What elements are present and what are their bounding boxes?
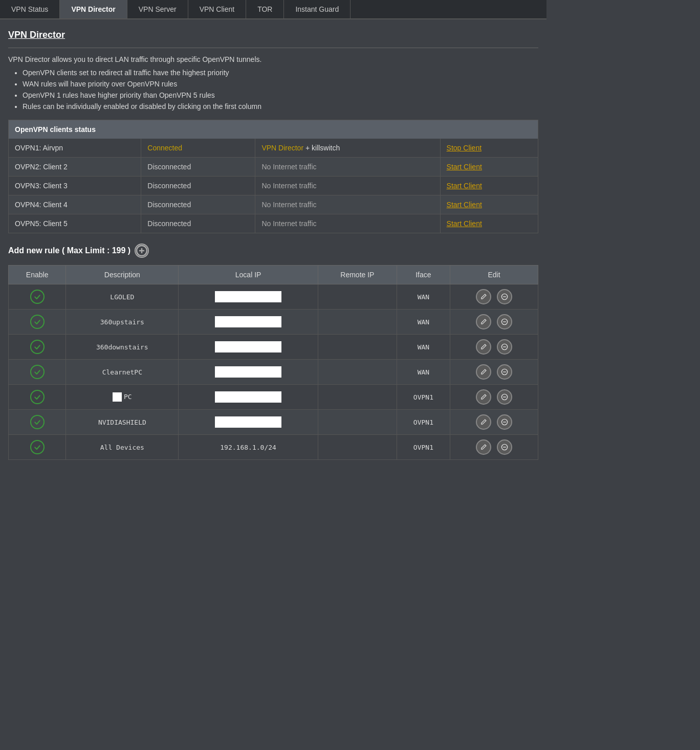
client-info-4: No Internet traffic — [255, 214, 440, 233]
rule-desc-3: ClearnetPC — [66, 360, 179, 385]
tab-bar: VPN Status VPN Director VPN Server VPN C… — [0, 0, 546, 19]
client-name-3: OVPN4: Client 4 — [9, 195, 141, 214]
checkmark-icon — [33, 418, 41, 426]
openvpn-status-table: OpenVPN clients status OVPN1: Airvpn Con… — [8, 120, 538, 233]
minus-circle-icon — [501, 318, 508, 325]
delete-button-2[interactable] — [497, 339, 512, 355]
enable-checkbox-4[interactable] — [30, 390, 45, 404]
bullet-item-3: OpenVPN 1 rules have higher priority tha… — [23, 91, 538, 99]
add-rule-label: Add new rule ( Max Limit : 199 ) — [8, 246, 130, 255]
tab-vpn-director[interactable]: VPN Director — [60, 0, 127, 18]
rule-edit-2[interactable] — [450, 335, 538, 360]
rules-table: Enable Description Local IP Remote IP If… — [8, 265, 538, 460]
edit-button-5[interactable] — [476, 414, 491, 430]
client-info-3: No Internet traffic — [255, 195, 440, 214]
col-edit: Edit — [450, 266, 538, 284]
page-title: VPN Director — [8, 30, 538, 40]
client-info-1: No Internet traffic — [255, 158, 440, 177]
client-status-2: Disconnected — [141, 177, 255, 195]
col-local-ip: Local IP — [179, 266, 318, 284]
rule-enable-3[interactable] — [9, 360, 66, 385]
tab-vpn-client[interactable]: VPN Client — [188, 0, 246, 18]
delete-button-5[interactable] — [497, 414, 512, 430]
delete-button-0[interactable] — [497, 289, 512, 304]
minus-circle-icon — [501, 444, 508, 451]
rule-iface-3: WAN — [397, 360, 450, 385]
client-info-2: No Internet traffic — [255, 177, 440, 195]
client-status-1: Disconnected — [141, 158, 255, 177]
rule-iface-6: OVPN1 — [397, 435, 450, 460]
enable-checkbox-6[interactable] — [30, 440, 45, 454]
client-action-0[interactable]: Stop Client — [440, 139, 538, 158]
enable-checkbox-3[interactable] — [30, 365, 45, 379]
rule-edit-3[interactable] — [450, 360, 538, 385]
delete-button-6[interactable] — [497, 439, 512, 455]
rule-edit-4[interactable] — [450, 385, 538, 410]
checkmark-icon — [33, 343, 41, 351]
rule-iface-1: WAN — [397, 310, 450, 335]
status-table-header: OpenVPN clients status — [9, 120, 538, 139]
client-action-2[interactable]: Start Client — [440, 177, 538, 195]
rule-remote-ip-3 — [318, 360, 397, 385]
rule-edit-0[interactable] — [450, 284, 538, 310]
checkmark-icon — [33, 293, 41, 301]
client-name-0: OVPN1: Airvpn — [9, 139, 141, 158]
client-action-1[interactable]: Start Client — [440, 158, 538, 177]
rule-edit-5[interactable] — [450, 410, 538, 435]
edit-button-0[interactable] — [476, 289, 491, 304]
pencil-icon — [480, 368, 487, 376]
delete-button-1[interactable] — [497, 314, 512, 329]
checkmark-icon — [33, 318, 41, 326]
rule-edit-1[interactable] — [450, 310, 538, 335]
client-name-4: OVPN5: Client 5 — [9, 214, 141, 233]
rule-desc-1: 360upstairs — [66, 310, 179, 335]
rule-local-ip-3 — [179, 360, 318, 385]
rule-local-ip-6: 192.168.1.0/24 — [179, 435, 318, 460]
edit-button-6[interactable] — [476, 439, 491, 455]
rule-desc-0: LGOLED — [66, 284, 179, 310]
client-action-4[interactable]: Start Client — [440, 214, 538, 233]
tab-tor[interactable]: TOR — [246, 0, 284, 18]
client-name-1: OVPN2: Client 2 — [9, 158, 141, 177]
edit-button-1[interactable] — [476, 314, 491, 329]
edit-button-4[interactable] — [476, 389, 491, 405]
rule-enable-0[interactable] — [9, 284, 66, 310]
col-iface: Iface — [397, 266, 450, 284]
enable-checkbox-1[interactable] — [30, 315, 45, 329]
rule-enable-6[interactable] — [9, 435, 66, 460]
plus-circle-icon — [136, 245, 148, 257]
delete-button-4[interactable] — [497, 389, 512, 405]
pencil-icon — [480, 418, 487, 426]
rule-remote-ip-1 — [318, 310, 397, 335]
rule-enable-5[interactable] — [9, 410, 66, 435]
minus-circle-icon — [501, 343, 508, 350]
tab-vpn-status[interactable]: VPN Status — [0, 0, 60, 18]
rule-enable-1[interactable] — [9, 310, 66, 335]
minus-circle-icon — [501, 368, 508, 376]
rule-iface-0: WAN — [397, 284, 450, 310]
rule-desc-5: NVIDIASHIELD — [66, 410, 179, 435]
checkmark-icon — [33, 368, 41, 376]
enable-checkbox-0[interactable] — [30, 290, 45, 304]
client-status-4: Disconnected — [141, 214, 255, 233]
minus-circle-icon — [501, 293, 508, 300]
client-action-3[interactable]: Start Client — [440, 195, 538, 214]
add-rule-button[interactable] — [135, 244, 149, 258]
enable-checkbox-2[interactable] — [30, 340, 45, 354]
col-enable: Enable — [9, 266, 66, 284]
rule-enable-4[interactable] — [9, 385, 66, 410]
rule-desc-4: PC — [66, 385, 179, 410]
edit-button-3[interactable] — [476, 364, 491, 380]
tab-instant-guard[interactable]: Instant Guard — [284, 0, 351, 18]
tab-vpn-server[interactable]: VPN Server — [127, 0, 188, 18]
delete-button-3[interactable] — [497, 364, 512, 380]
rule-local-ip-4 — [179, 385, 318, 410]
pencil-icon — [480, 393, 487, 401]
rule-edit-6[interactable] — [450, 435, 538, 460]
enable-checkbox-5[interactable] — [30, 415, 45, 429]
client-name-2: OVPN3: Client 3 — [9, 177, 141, 195]
edit-button-2[interactable] — [476, 339, 491, 355]
rule-enable-2[interactable] — [9, 335, 66, 360]
client-status-3: Disconnected — [141, 195, 255, 214]
add-rule-section: Add new rule ( Max Limit : 199 ) — [8, 244, 538, 258]
